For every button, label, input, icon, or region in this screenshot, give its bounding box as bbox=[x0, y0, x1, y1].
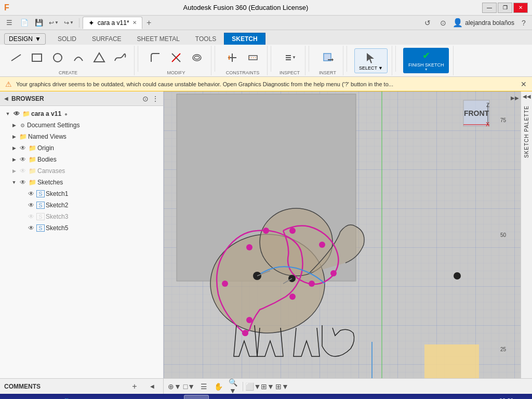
finish-sketch-button[interactable]: ✔ FINISH SKETCH ▼ bbox=[403, 48, 449, 73]
orbit-button[interactable]: ☰ bbox=[197, 381, 210, 392]
tree-eye-sketch1[interactable]: 👁 bbox=[27, 190, 35, 198]
tree-item-doc-settings[interactable]: ▶ ⚙ Document Settings bbox=[0, 119, 163, 131]
taskbar-app-photos[interactable]: 🖼 bbox=[210, 395, 235, 399]
taskbar-app-mail[interactable]: 📧 bbox=[158, 395, 183, 399]
tree-eye-canvases[interactable]: 👁 bbox=[19, 167, 27, 175]
tree-toggle-bodies[interactable]: ▶ bbox=[10, 156, 18, 163]
insert-tool[interactable] bbox=[318, 49, 338, 66]
tree-eye-sketch3[interactable]: 👁 bbox=[27, 212, 35, 221]
minimize-button[interactable]: — bbox=[482, 3, 497, 13]
taskbar-app-ppt[interactable]: P bbox=[132, 395, 157, 399]
add-comment-button[interactable]: + bbox=[128, 381, 141, 392]
tree-item-sketch1[interactable]: 👁 S Sketch1 bbox=[0, 188, 163, 200]
browser-collapse-button[interactable]: ◀ bbox=[4, 96, 8, 101]
tab-surface[interactable]: SURFACE bbox=[84, 33, 129, 45]
tree-item-origin[interactable]: ▶ 👁 📁 Origin bbox=[0, 142, 163, 154]
ribbon-group-insert: INSERT bbox=[312, 46, 343, 75]
tree-toggle-origin[interactable]: ▶ bbox=[10, 144, 18, 152]
finish-items: ✔ FINISH SKETCH ▼ bbox=[403, 46, 449, 75]
tree-toggle-canvases[interactable]: ▶ bbox=[10, 167, 18, 175]
browser-menu-button[interactable]: ⊙ bbox=[142, 95, 149, 103]
taskbar-app-fusion[interactable]: F bbox=[184, 395, 209, 399]
pan-button[interactable]: ✋ bbox=[211, 381, 225, 392]
redo-button[interactable]: ↪▼ bbox=[62, 19, 76, 26]
history-button[interactable]: ⊙ bbox=[437, 17, 449, 29]
fillet-tool[interactable] bbox=[145, 49, 165, 66]
tab-tools[interactable]: TOOLS bbox=[188, 33, 224, 45]
tree-item-named-views[interactable]: ▶ 📁 Named Views bbox=[0, 131, 163, 142]
new-file-button[interactable]: 📄 bbox=[18, 17, 31, 29]
tree-eye-bodies[interactable]: 👁 bbox=[19, 155, 27, 164]
tree-item-root[interactable]: ▼ 👁 📁 cara a v11 ● bbox=[0, 108, 163, 119]
taskbar-app-ie[interactable]: e bbox=[2, 395, 27, 399]
zoom-button[interactable]: 🔍▼ bbox=[226, 381, 240, 392]
tree-eye-sketch2[interactable]: 👁 bbox=[27, 201, 35, 209]
polygon-tool[interactable] bbox=[89, 49, 109, 66]
tree-item-bodies[interactable]: ▶ 👁 📁 Bodies bbox=[0, 154, 163, 165]
sketch-palette-collapse[interactable]: ▶▶ bbox=[509, 94, 521, 102]
tree-eye-sketches[interactable]: 👁 bbox=[19, 178, 27, 187]
browser-panel-resize[interactable]: ⋮ bbox=[152, 95, 159, 103]
constraint-tool-2[interactable] bbox=[243, 49, 263, 66]
ribbon-group-select: SELECT▼ bbox=[350, 46, 392, 75]
constraint-tool-1[interactable] bbox=[222, 49, 242, 66]
tab-sheet-metal[interactable]: SHEET METAL bbox=[129, 33, 188, 45]
select-tool[interactable]: SELECT▼ bbox=[354, 48, 388, 73]
tree-item-sketch2[interactable]: 👁 S Sketch2 bbox=[0, 200, 163, 211]
add-tab-button[interactable]: + bbox=[143, 17, 155, 29]
tab-solid[interactable]: SOLID bbox=[50, 33, 84, 45]
arc-tool[interactable] bbox=[69, 49, 88, 66]
ribbon-design-dropdown[interactable]: DESIGN ▼ bbox=[4, 33, 46, 45]
palette-collapse-icon[interactable]: ◀◀ bbox=[523, 94, 531, 99]
insert-icon bbox=[321, 50, 335, 65]
tree-toggle-sketches[interactable]: ▼ bbox=[10, 179, 18, 186]
comments-collapse-button[interactable]: ◀ bbox=[145, 381, 159, 392]
viewport[interactable]: FRONT Z X 75 50 25 ▶▶ bbox=[164, 91, 521, 378]
tree-item-canvases[interactable]: ▶ 👁 📁 Canvases bbox=[0, 165, 163, 177]
inspect-tool[interactable]: ▼ bbox=[280, 49, 300, 66]
view-button[interactable]: ⬜▼ bbox=[246, 381, 260, 392]
create-items bbox=[6, 46, 130, 69]
warning-close-button[interactable]: ✕ bbox=[521, 80, 527, 88]
viewport-bottom-toolbar: ⊕▼ □▼ ☰ ✋ 🔍▼ ⬜▼ ⊞▼ ⊞▼ bbox=[164, 379, 532, 394]
tree-item-sketch5[interactable]: 👁 S Sketch5 bbox=[0, 222, 163, 234]
tree-eye-origin[interactable]: 👁 bbox=[19, 144, 27, 152]
rectangle-tool[interactable] bbox=[27, 49, 47, 66]
offset-tool[interactable] bbox=[187, 49, 207, 66]
circle-tool[interactable] bbox=[48, 49, 68, 66]
taskbar-app-word[interactable]: W bbox=[80, 395, 105, 399]
ribbon-group-create: CREATE bbox=[2, 46, 135, 75]
trim-tool[interactable] bbox=[166, 49, 186, 66]
tree-eye-sketch5[interactable]: 👁 bbox=[27, 224, 35, 232]
tree-label-root: cara a v11 bbox=[31, 110, 61, 117]
tab-close-icon[interactable]: ✕ bbox=[132, 20, 137, 25]
grid-button[interactable]: ⊞▼ bbox=[261, 381, 274, 392]
arc-icon bbox=[71, 50, 86, 65]
tree-label-canvases: Canvases bbox=[37, 167, 65, 175]
svg-point-37 bbox=[242, 330, 248, 336]
tree-item-sketches[interactable]: ▼ 👁 📁 Sketches bbox=[0, 177, 163, 188]
spline-tool[interactable] bbox=[110, 49, 130, 66]
refresh-button[interactable]: ↺ bbox=[421, 17, 434, 29]
undo-button[interactable]: ↩▼ bbox=[47, 19, 61, 26]
tree-toggle-root[interactable]: ▼ bbox=[4, 110, 11, 117]
taskbar-app-explorer[interactable]: 📁 bbox=[28, 395, 53, 399]
tree-toggle-doc[interactable]: ▶ bbox=[10, 122, 18, 129]
tree-eye-root[interactable]: 👁 bbox=[12, 110, 21, 118]
trim-icon bbox=[169, 50, 183, 65]
taskbar-app-calendar[interactable]: 🗓 bbox=[106, 395, 131, 399]
save-button[interactable]: 💾 bbox=[32, 17, 46, 29]
taskbar-app-chrome[interactable]: 🌍 bbox=[54, 395, 79, 399]
tree-toggle-named-views[interactable]: ▶ bbox=[10, 133, 18, 140]
tree-item-sketch3[interactable]: 👁 S Sketch3 bbox=[0, 211, 163, 222]
navigate-button[interactable]: ⊕▼ bbox=[168, 381, 181, 392]
file-menu-icon[interactable]: ☰ bbox=[2, 17, 17, 29]
line-tool[interactable] bbox=[6, 49, 26, 66]
tab-sketch[interactable]: SKETCH bbox=[224, 33, 265, 45]
restore-button[interactable]: ❐ bbox=[498, 3, 512, 13]
close-button[interactable]: ✕ bbox=[513, 3, 528, 13]
display-button[interactable]: □▼ bbox=[182, 381, 196, 392]
settings-button[interactable]: ⊞▼ bbox=[275, 381, 289, 392]
document-tab[interactable]: ✦ cara a v11* ✕ bbox=[83, 17, 142, 29]
help-button[interactable]: ? bbox=[517, 17, 530, 29]
